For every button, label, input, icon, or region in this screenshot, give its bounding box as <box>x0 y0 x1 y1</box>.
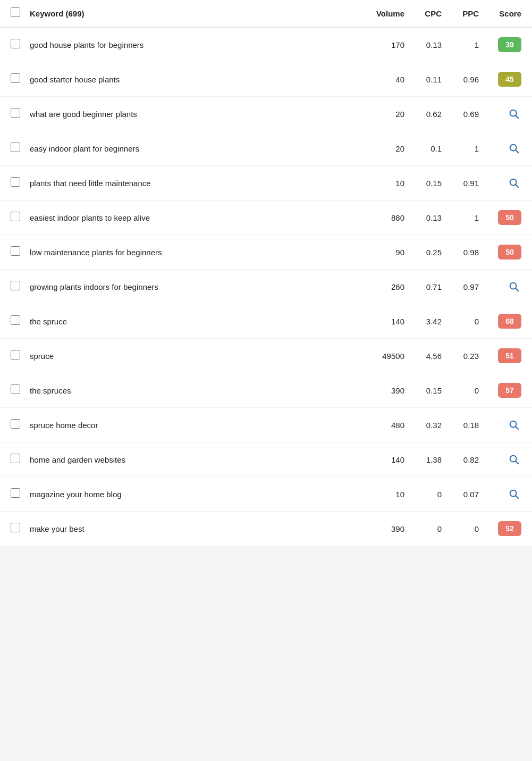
row-cpc: 0.11 <box>404 75 442 84</box>
row-score <box>479 141 521 156</box>
score-search-icon[interactable] <box>506 487 521 501</box>
svg-line-5 <box>516 185 518 187</box>
score-badge: 50 <box>498 210 521 225</box>
row-select-checkbox[interactable] <box>11 315 20 325</box>
score-badge: 51 <box>498 348 521 363</box>
svg-line-1 <box>516 115 518 118</box>
row-select-checkbox[interactable] <box>11 454 20 463</box>
row-volume: 390 <box>357 386 404 395</box>
row-select-checkbox[interactable] <box>11 73 20 83</box>
score-search-icon[interactable] <box>506 452 521 467</box>
table-row: spruce 49500 4.56 0.23 51 <box>0 339 532 373</box>
table-row: the spruces 390 0.15 0 57 <box>0 373 532 408</box>
row-cpc: 0.15 <box>404 179 442 188</box>
row-select-checkbox[interactable] <box>11 281 20 290</box>
row-keyword: easy indoor plant for beginners <box>30 144 357 153</box>
row-checkbox-cell <box>11 39 30 51</box>
row-keyword: growing plants indoors for beginners <box>30 282 357 291</box>
row-select-checkbox[interactable] <box>11 39 20 48</box>
row-volume: 20 <box>357 110 404 119</box>
svg-line-7 <box>516 288 518 291</box>
svg-line-3 <box>516 150 518 153</box>
row-score <box>479 279 521 294</box>
row-score: 50 <box>479 210 521 225</box>
row-ppc: 1 <box>442 40 479 49</box>
row-cpc: 0.71 <box>404 282 442 291</box>
row-checkbox-cell <box>11 143 30 154</box>
row-score: 52 <box>479 521 521 536</box>
svg-line-9 <box>516 427 518 429</box>
volume-column-header: Volume <box>357 9 404 18</box>
row-checkbox-cell <box>11 350 30 362</box>
row-cpc: 0.1 <box>404 144 442 153</box>
row-checkbox-cell <box>11 523 30 534</box>
row-ppc: 0 <box>442 317 479 326</box>
row-select-checkbox[interactable] <box>11 350 20 359</box>
row-cpc: 0.32 <box>404 421 442 430</box>
table-body: good house plants for beginners 170 0.13… <box>0 28 532 546</box>
row-checkbox-cell <box>11 419 30 431</box>
row-checkbox-cell <box>11 177 30 189</box>
table-row: spruce home decor 480 0.32 0.18 <box>0 408 532 442</box>
row-ppc: 0.69 <box>442 110 479 119</box>
row-volume: 140 <box>357 455 404 464</box>
svg-line-13 <box>516 496 518 498</box>
row-checkbox-cell <box>11 315 30 327</box>
table-row: the spruce 140 3.42 0 68 <box>0 304 532 339</box>
score-badge: 57 <box>498 383 521 398</box>
score-search-icon[interactable] <box>506 141 521 156</box>
score-badge: 68 <box>498 314 521 329</box>
row-score: 50 <box>479 245 521 260</box>
svg-line-11 <box>516 461 518 464</box>
header-checkbox-cell <box>11 7 30 19</box>
row-score <box>479 106 521 121</box>
select-all-checkbox[interactable] <box>11 7 20 17</box>
row-score <box>479 452 521 467</box>
row-volume: 140 <box>357 317 404 326</box>
row-score: 45 <box>479 72 521 87</box>
table-row: make your best 390 0 0 52 <box>0 512 532 546</box>
score-search-icon[interactable] <box>506 279 521 294</box>
row-cpc: 0.62 <box>404 110 442 119</box>
row-cpc: 3.42 <box>404 317 442 326</box>
score-search-icon[interactable] <box>506 417 521 432</box>
score-badge: 52 <box>498 521 521 536</box>
row-select-checkbox[interactable] <box>11 177 20 187</box>
row-select-checkbox[interactable] <box>11 488 20 498</box>
row-ppc: 1 <box>442 144 479 153</box>
score-search-icon[interactable] <box>506 175 521 190</box>
row-volume: 90 <box>357 248 404 257</box>
row-checkbox-cell <box>11 281 30 292</box>
row-volume: 40 <box>357 75 404 84</box>
score-search-icon[interactable] <box>506 106 521 121</box>
table-row: home and garden websites 140 1.38 0.82 <box>0 442 532 477</box>
row-cpc: 0.13 <box>404 213 442 222</box>
row-keyword: low maintenance plants for beginners <box>30 248 357 257</box>
row-ppc: 0.23 <box>442 352 479 361</box>
row-ppc: 0 <box>442 524 479 533</box>
row-keyword: magazine your home blog <box>30 490 357 499</box>
row-ppc: 0.07 <box>442 490 479 499</box>
row-cpc: 4.56 <box>404 352 442 361</box>
row-checkbox-cell <box>11 384 30 396</box>
row-ppc: 0.98 <box>442 248 479 257</box>
row-select-checkbox[interactable] <box>11 246 20 256</box>
score-column-header: Score <box>479 9 521 18</box>
row-volume: 880 <box>357 213 404 222</box>
row-select-checkbox[interactable] <box>11 523 20 532</box>
row-checkbox-cell <box>11 212 30 223</box>
row-checkbox-cell <box>11 454 30 465</box>
row-keyword: good house plants for beginners <box>30 40 357 49</box>
row-select-checkbox[interactable] <box>11 212 20 221</box>
row-select-checkbox[interactable] <box>11 143 20 152</box>
keyword-column-header: Keyword (699) <box>30 9 357 18</box>
row-select-checkbox[interactable] <box>11 108 20 118</box>
row-keyword: spruce <box>30 352 357 361</box>
table-row: low maintenance plants for beginners 90 … <box>0 235 532 270</box>
row-cpc: 0.13 <box>404 40 442 49</box>
row-select-checkbox[interactable] <box>11 384 20 394</box>
row-score <box>479 487 521 501</box>
row-volume: 260 <box>357 282 404 291</box>
row-volume: 170 <box>357 40 404 49</box>
row-select-checkbox[interactable] <box>11 419 20 429</box>
